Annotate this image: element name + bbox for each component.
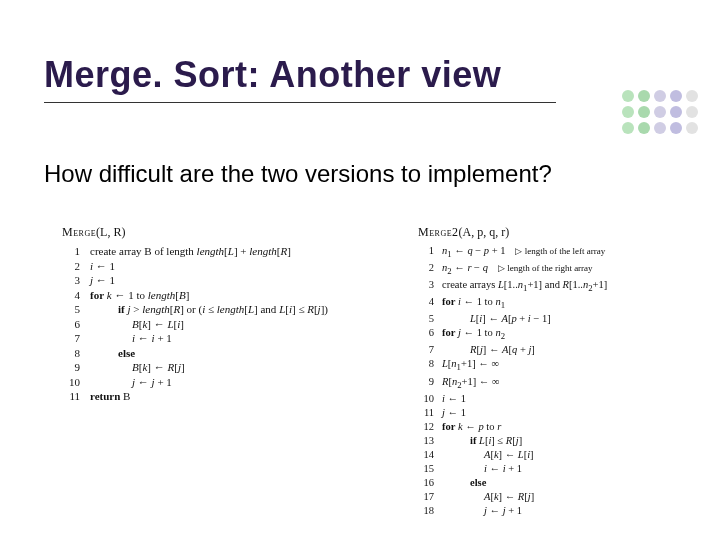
decorative-dots — [620, 88, 700, 136]
line-number: 5 — [62, 302, 80, 317]
line-code: n2 ← r − q — [442, 261, 488, 278]
pseudocode-line: 8else — [62, 346, 392, 361]
line-number: 9 — [62, 360, 80, 375]
line-number: 15 — [418, 462, 434, 476]
line-comment: ▷ length of the left array — [515, 244, 605, 258]
pseudocode-line: 11return B — [62, 389, 392, 404]
line-number: 14 — [418, 448, 434, 462]
line-code: i ← 1 — [442, 392, 466, 406]
line-code: if L[i] ≤ R[j] — [442, 434, 522, 448]
slide-title: Merge. Sort: Another view — [44, 54, 501, 96]
pseudocode-line: 11j ← 1 — [418, 406, 708, 420]
line-number: 2 — [418, 261, 434, 275]
pseudocode-line: 17A[k] ← R[j] — [418, 490, 708, 504]
algorithm-merge2-header: Merge2(A, p, q, r) — [418, 225, 708, 240]
pseudocode-line: 18j ← j + 1 — [418, 504, 708, 518]
pseudocode-line: 4for k ← 1 to length[B] — [62, 288, 392, 303]
line-number: 10 — [418, 392, 434, 406]
pseudocode-line: 7i ← i + 1 — [62, 331, 392, 346]
line-code: i ← i + 1 — [90, 331, 172, 346]
pseudocode-line: 8L[n1+1] ← ∞ — [418, 357, 708, 374]
line-code: for j ← 1 to n2 — [442, 326, 505, 343]
line-code: j ← j + 1 — [90, 375, 172, 390]
line-number: 3 — [418, 278, 434, 292]
line-code: L[n1+1] ← ∞ — [442, 357, 499, 374]
pseudocode-line: 3j ← 1 — [62, 273, 392, 288]
algorithm-merge: Merge(L, R) 1create array B of length le… — [62, 225, 392, 404]
line-number: 12 — [418, 420, 434, 434]
pseudocode-line: 1n1 ← q − p + 1▷ length of the left arra… — [418, 244, 708, 261]
pseudocode-line: 16else — [418, 476, 708, 490]
line-number: 9 — [418, 375, 434, 389]
line-code: create array B of length length[L] + len… — [90, 244, 291, 259]
line-number: 2 — [62, 259, 80, 274]
pseudocode-line: 4for i ← 1 to n1 — [418, 295, 708, 312]
line-code: R[n2+1] ← ∞ — [442, 375, 499, 392]
line-comment: ▷ length of the right array — [498, 261, 593, 275]
line-number: 11 — [62, 389, 80, 404]
line-number: 7 — [62, 331, 80, 346]
line-code: j ← 1 — [442, 406, 466, 420]
pseudocode-line: 2n2 ← r − q▷ length of the right array — [418, 261, 708, 278]
algorithm-name: Merge2 — [418, 225, 459, 239]
line-number: 6 — [62, 317, 80, 332]
algorithm-name: Merge — [62, 225, 96, 239]
algorithm-args: (A, p, q, r) — [459, 225, 510, 239]
pseudocode-line: 6for j ← 1 to n2 — [418, 326, 708, 343]
line-number: 5 — [418, 312, 434, 326]
line-code: j ← j + 1 — [442, 504, 522, 518]
line-code: B[k] ← L[i] — [90, 317, 184, 332]
line-number: 11 — [418, 406, 434, 420]
line-number: 4 — [62, 288, 80, 303]
line-code: if j > length[R] or (i ≤ length[L] and L… — [90, 302, 328, 317]
pseudocode-line: 10i ← 1 — [418, 392, 708, 406]
pseudocode-line: 5L[i] ← A[p + i − 1] — [418, 312, 708, 326]
pseudocode-line: 13if L[i] ≤ R[j] — [418, 434, 708, 448]
pseudocode-line: 9R[n2+1] ← ∞ — [418, 375, 708, 392]
line-code: A[k] ← R[j] — [442, 490, 534, 504]
line-number: 1 — [418, 244, 434, 258]
line-number: 3 — [62, 273, 80, 288]
line-code: R[j] ← A[q + j] — [442, 343, 535, 357]
line-code: for k ← p to r — [442, 420, 501, 434]
line-code: j ← 1 — [90, 273, 115, 288]
pseudocode-line: 10j ← j + 1 — [62, 375, 392, 390]
line-code: L[i] ← A[p + i − 1] — [442, 312, 551, 326]
pseudocode-line: 1create array B of length length[L] + le… — [62, 244, 392, 259]
line-number: 7 — [418, 343, 434, 357]
algorithm-merge-header: Merge(L, R) — [62, 225, 392, 240]
line-number: 10 — [62, 375, 80, 390]
line-number: 1 — [62, 244, 80, 259]
line-number: 13 — [418, 434, 434, 448]
pseudocode-line: 2i ← 1 — [62, 259, 392, 274]
line-code: A[k] ← L[i] — [442, 448, 534, 462]
line-code: i ← i + 1 — [442, 462, 522, 476]
line-code: else — [90, 346, 135, 361]
pseudocode-line: 9B[k] ← R[j] — [62, 360, 392, 375]
line-number: 8 — [62, 346, 80, 361]
algorithm-merge2: Merge2(A, p, q, r) 1n1 ← q − p + 1▷ leng… — [418, 225, 708, 518]
line-number: 8 — [418, 357, 434, 371]
line-code: i ← 1 — [90, 259, 115, 274]
slide-subtitle: How difficult are the two versions to im… — [44, 160, 552, 188]
pseudocode-line: 3create arrays L[1..n1+1] and R[1..n2+1] — [418, 278, 708, 295]
algorithm-merge2-body: 1n1 ← q − p + 1▷ length of the left arra… — [418, 244, 708, 518]
pseudocode-line: 6B[k] ← L[i] — [62, 317, 392, 332]
line-code: for k ← 1 to length[B] — [90, 288, 189, 303]
pseudocode-line: 7R[j] ← A[q + j] — [418, 343, 708, 357]
line-code: for i ← 1 to n1 — [442, 295, 505, 312]
pseudocode-line: 12for k ← p to r — [418, 420, 708, 434]
pseudocode-line: 14A[k] ← L[i] — [418, 448, 708, 462]
line-number: 17 — [418, 490, 434, 504]
algorithm-merge-body: 1create array B of length length[L] + le… — [62, 244, 392, 404]
line-code: else — [442, 476, 486, 490]
line-number: 6 — [418, 326, 434, 340]
algorithm-args: (L, R) — [96, 225, 125, 239]
line-number: 4 — [418, 295, 434, 309]
line-code: create arrays L[1..n1+1] and R[1..n2+1] — [442, 278, 607, 295]
line-code: n1 ← q − p + 1 — [442, 244, 505, 261]
line-number: 16 — [418, 476, 434, 490]
line-number: 18 — [418, 504, 434, 518]
line-code: B[k] ← R[j] — [90, 360, 185, 375]
line-code: return B — [90, 389, 130, 404]
